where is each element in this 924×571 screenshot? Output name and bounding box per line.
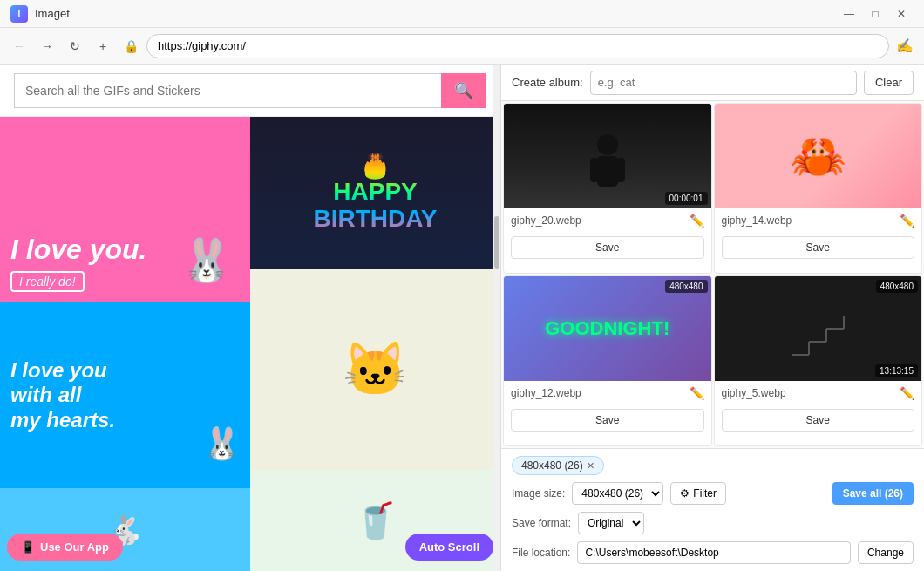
save-row-2: Save (715, 233, 922, 266)
address-bar-lock: 🔒 (119, 34, 143, 58)
size-badge-3: 480x480 (665, 280, 707, 293)
bunny-icon-2: 🐰 (202, 425, 241, 462)
save-button-3[interactable]: Save (511, 409, 704, 432)
maximize-button[interactable]: □ (863, 3, 887, 24)
crab-emoji: 🦀 (790, 130, 846, 183)
filter-icon: ⚙ (680, 487, 690, 500)
bunny-icon: 🐰 (180, 236, 233, 285)
image-name-4: giphy_5.webp (722, 387, 786, 399)
edit-icon-4[interactable]: ✏️ (900, 386, 914, 400)
image-info-4: giphy_5.webp ✏️ (715, 381, 922, 405)
edit-icon-1[interactable]: ✏️ (690, 214, 704, 228)
browser-toolbar: ← → ↻ + 🔒 ✍ (0, 28, 924, 65)
staircase-svg (783, 294, 853, 364)
save-button-4[interactable]: Save (722, 409, 915, 432)
image-card-1: 00:00:01 giphy_20.webp ✏️ Save (503, 103, 712, 274)
birthday-text: 🎂HAPPYBIRTHDAY (313, 153, 437, 233)
size-control-row: Image size: 480x480 (26) All sizes 240x2… (512, 482, 914, 505)
album-header: Create album: Clear (501, 65, 924, 101)
gif-grid: I love you. I really do! 🐰 I love youwit… (0, 117, 500, 571)
file-location-input[interactable] (577, 541, 851, 564)
image-grid: 00:00:01 giphy_20.webp ✏️ Save (501, 101, 924, 448)
album-input[interactable] (590, 71, 857, 95)
love-bottom-text: I love youwith allmy hearts. (10, 358, 240, 433)
time-badge-4: 13:13:15 (875, 364, 918, 377)
figure-svg (581, 132, 634, 201)
album-label: Create album: (512, 76, 583, 89)
image-size-select[interactable]: 480x480 (26) All sizes 240x240 (572, 482, 663, 505)
size-badge-4: 480x480 (876, 280, 918, 293)
back-button[interactable]: ← (7, 34, 31, 58)
minimize-button[interactable]: — (837, 3, 861, 24)
edit-icon-3[interactable]: ✏️ (690, 386, 704, 400)
image-card-3: 480x480 GOODNIGHT! giphy_12.webp ✏️ Save (503, 275, 712, 446)
save-row-3: Save (504, 405, 711, 438)
right-panel: Create album: Clear 00:00:01 giphy_ (501, 65, 924, 571)
browser-scrollbar[interactable] (493, 65, 500, 571)
save-button-1[interactable]: Save (511, 236, 704, 259)
image-name-2: giphy_14.webp (722, 214, 792, 227)
image-thumb-4: 480x480 13:13:15 (715, 276, 922, 381)
file-location-label: File location: (512, 547, 570, 559)
save-all-button[interactable]: Save all (26) (832, 482, 914, 505)
gif-column-right: 🎂HAPPYBIRTHDAY 🐱 🥤 (250, 117, 500, 571)
image-info-2: giphy_14.webp ✏️ (715, 208, 922, 233)
giphy-search-input[interactable] (14, 73, 441, 108)
save-row-1: Save (504, 233, 711, 266)
image-thumb-3: 480x480 GOODNIGHT! (504, 276, 711, 381)
giphy-search-button[interactable]: 🔍 (441, 73, 486, 108)
goodnight-text: GOODNIGHT! (545, 317, 669, 340)
filter-tags: 480x480 (26) ✕ (512, 456, 914, 475)
drink-icon: 🥤 (354, 500, 397, 541)
clear-button[interactable]: Clear (864, 71, 914, 95)
app-title: Imaget (35, 7, 837, 20)
auto-scroll-label: Auto Scroll (419, 540, 479, 554)
app-icon-text: I (18, 9, 21, 18)
app-icon: I (10, 5, 28, 23)
image-name-3: giphy_12.webp (511, 387, 581, 399)
extensions-button[interactable]: ✍ (893, 34, 917, 58)
image-size-label: Image size: (512, 487, 565, 500)
save-format-select[interactable]: Original GIF WebP (578, 512, 644, 534)
image-card-4: 480x480 13:13:15 giphy_5.webp ✏️ (714, 275, 923, 446)
cat-gif-content: 🐱 (343, 269, 408, 471)
gif-item-love[interactable]: I love you. I really do! 🐰 (0, 117, 250, 302)
forward-button[interactable]: → (35, 34, 59, 58)
love-sub-text: I really do! (10, 271, 85, 292)
svg-point-0 (597, 134, 618, 155)
auto-scroll-button[interactable]: Auto Scroll (405, 534, 493, 561)
scrollbar-thumb[interactable] (494, 216, 499, 269)
location-row: File location: Change (512, 541, 914, 564)
use-app-label: Use Our App (40, 540, 109, 554)
giphy-search-bar: 🔍 (0, 65, 500, 117)
new-tab-button[interactable]: + (91, 34, 115, 58)
filter-button[interactable]: ⚙ Filter (670, 482, 726, 505)
titlebar: I Imaget — □ ✕ (0, 0, 924, 28)
refresh-button[interactable]: ↻ (63, 34, 87, 58)
url-bar[interactable] (146, 34, 889, 58)
phone-icon: 📱 (21, 540, 35, 554)
use-app-button[interactable]: 📱 Use Our App (7, 534, 123, 561)
format-row: Save format: Original GIF WebP (512, 512, 914, 534)
filter-tag-close[interactable]: ✕ (587, 460, 594, 472)
image-thumb-1: 00:00:01 (504, 104, 711, 208)
edit-icon-2[interactable]: ✏️ (900, 214, 914, 228)
svg-rect-1 (597, 156, 618, 187)
image-info-3: giphy_12.webp ✏️ (504, 381, 711, 405)
svg-rect-3 (616, 158, 625, 182)
gif-column-left: I love you. I really do! 🐰 I love youwit… (0, 117, 250, 571)
close-button[interactable]: ✕ (889, 3, 914, 24)
gif-item-birthday[interactable]: 🎂HAPPYBIRTHDAY (250, 117, 500, 269)
browser-panel: 🔍 I love you. I really do! 🐰 I love youw… (0, 65, 501, 571)
love-main-text: I love you. (10, 234, 146, 266)
change-button[interactable]: Change (858, 541, 914, 564)
filter-tag-size: 480x480 (26) ✕ (512, 456, 604, 475)
image-thumb-2: 🦀 (715, 104, 922, 208)
window-controls: — □ ✕ (837, 3, 914, 24)
gif-item-cat[interactable]: 🐱 (250, 269, 500, 471)
save-button-2[interactable]: Save (722, 236, 915, 259)
bottom-controls: 480x480 (26) ✕ Image size: 480x480 (26) … (501, 448, 924, 571)
image-info-1: giphy_20.webp ✏️ (504, 208, 711, 233)
image-card-2: 🦀 giphy_14.webp ✏️ Save (714, 103, 923, 274)
gif-item-love-bottom[interactable]: I love youwith allmy hearts. 🐰 (0, 302, 250, 488)
